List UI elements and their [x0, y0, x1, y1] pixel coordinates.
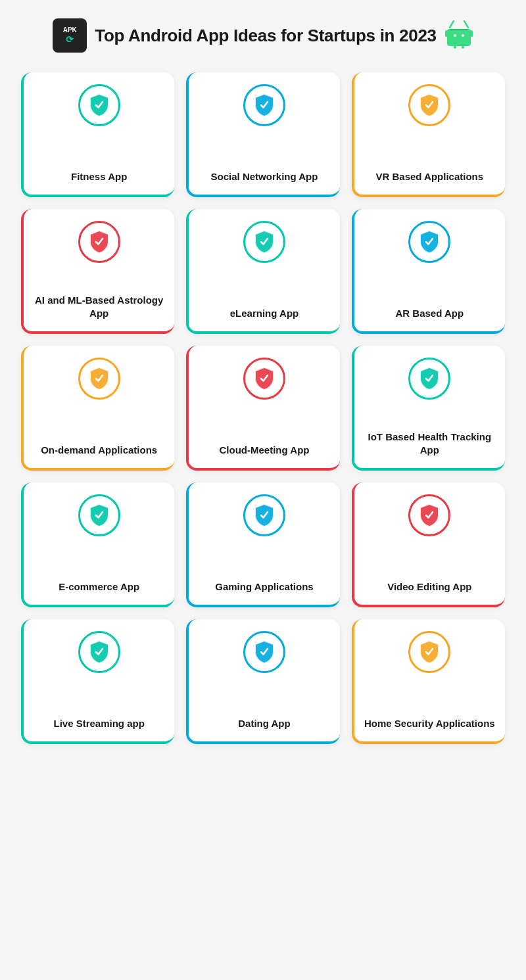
card-live-streaming-app: Live Streaming app — [21, 619, 174, 744]
card-label-ar-based-app: AR Based App — [396, 307, 464, 320]
card-label-iot-health-tracking-app: IoT Based Health Tracking App — [362, 431, 497, 456]
card-elearning-app: eLearning App — [186, 209, 339, 334]
card-video-editing-app: Video Editing App — [352, 482, 505, 607]
card-cloud-meeting-app: Cloud-Meeting App — [186, 346, 339, 471]
card-gaming-applications: Gaming Applications — [186, 482, 339, 607]
icon-circle-live-streaming-app — [78, 631, 120, 673]
card-home-security-applications: Home Security Applications — [352, 619, 505, 744]
card-label-dating-app: Dating App — [238, 717, 290, 730]
card-on-demand-applications: On-demand Applications — [21, 346, 174, 471]
page-title: Top Android App Ideas for Startups in 20… — [95, 26, 437, 46]
icon-circle-home-security-applications — [408, 631, 450, 673]
card-label-on-demand-applications: On-demand Applications — [41, 444, 157, 457]
card-iot-health-tracking-app: IoT Based Health Tracking App — [352, 346, 505, 471]
apk-label: APK — [63, 27, 77, 34]
svg-line-8 — [464, 21, 468, 28]
shield-icon-social-networking-app — [254, 93, 275, 117]
shield-icon-dating-app — [254, 640, 275, 664]
svg-rect-2 — [470, 30, 473, 37]
android-icon — [444, 18, 473, 53]
icon-circle-vr-based-applications — [408, 84, 450, 126]
svg-rect-10 — [448, 29, 469, 45]
card-label-home-security-applications: Home Security Applications — [364, 717, 495, 730]
card-social-networking-app: Social Networking App — [186, 72, 339, 197]
icon-circle-gaming-applications — [243, 494, 285, 536]
card-fitness-app: Fitness App — [21, 72, 174, 197]
icon-circle-ai-ml-astrology-app — [78, 221, 120, 263]
card-label-fitness-app: Fitness App — [71, 170, 127, 183]
svg-rect-1 — [445, 30, 448, 37]
card-label-cloud-meeting-app: Cloud-Meeting App — [220, 444, 310, 457]
card-label-social-networking-app: Social Networking App — [211, 170, 318, 183]
shield-icon-elearning-app — [254, 230, 275, 254]
icon-circle-fitness-app — [78, 84, 120, 126]
icon-circle-cloud-meeting-app — [243, 358, 285, 400]
shield-icon-live-streaming-app — [89, 640, 110, 664]
card-label-elearning-app: eLearning App — [230, 307, 299, 320]
apk-icon: APK ⟳ — [53, 18, 87, 53]
card-dating-app: Dating App — [186, 619, 339, 744]
shield-icon-on-demand-applications — [89, 367, 110, 390]
cards-grid: Fitness App Social Networking App VR Bas… — [0, 66, 526, 764]
card-label-gaming-applications: Gaming Applications — [215, 580, 313, 594]
shield-icon-iot-health-tracking-app — [419, 367, 440, 390]
icon-circle-ar-based-app — [408, 221, 450, 263]
shield-icon-vr-based-applications — [419, 93, 440, 117]
icon-circle-elearning-app — [243, 221, 285, 263]
icon-circle-social-networking-app — [243, 84, 285, 126]
shield-icon-ai-ml-astrology-app — [89, 230, 110, 254]
shield-icon-fitness-app — [89, 93, 110, 117]
shield-icon-video-editing-app — [419, 503, 440, 527]
svg-line-7 — [450, 21, 454, 28]
shield-icon-ecommerce-app — [89, 503, 110, 527]
shield-icon-home-security-applications — [419, 640, 440, 664]
card-label-vr-based-applications: VR Based Applications — [375, 170, 483, 183]
card-vr-based-applications: VR Based Applications — [352, 72, 505, 197]
icon-circle-video-editing-app — [408, 494, 450, 536]
card-ecommerce-app: E-commerce App — [21, 482, 174, 607]
icon-circle-ecommerce-app — [78, 494, 120, 536]
icon-circle-on-demand-applications — [78, 358, 120, 400]
refresh-icon: ⟳ — [66, 35, 74, 44]
shield-icon-ar-based-app — [419, 230, 440, 254]
shield-icon-cloud-meeting-app — [254, 367, 275, 390]
card-ai-ml-astrology-app: AI and ML-Based Astrology App — [21, 209, 174, 334]
icon-circle-dating-app — [243, 631, 285, 673]
shield-icon-gaming-applications — [254, 503, 275, 527]
header: APK ⟳ Top Android App Ideas for Startups… — [0, 0, 526, 66]
card-label-ai-ml-astrology-app: AI and ML-Based Astrology App — [32, 294, 166, 319]
card-label-live-streaming-app: Live Streaming app — [53, 717, 144, 730]
card-label-ecommerce-app: E-commerce App — [59, 580, 139, 594]
card-ar-based-app: AR Based App — [352, 209, 505, 334]
icon-circle-iot-health-tracking-app — [408, 358, 450, 400]
card-label-video-editing-app: Video Editing App — [387, 580, 471, 594]
